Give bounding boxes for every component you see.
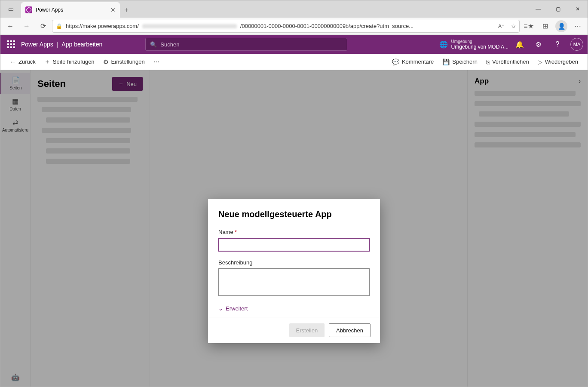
notifications-icon[interactable]: 🔔	[512, 40, 527, 49]
name-label: Name*	[218, 229, 370, 235]
environment-icon: 🌐	[439, 40, 448, 49]
favorite-icon[interactable]: ✩	[511, 23, 516, 29]
cmd-overflow[interactable]: ⋯	[149, 54, 164, 70]
tab-actions-icon[interactable]: ▭	[8, 6, 14, 12]
favorites-icon[interactable]: ≡★	[521, 19, 536, 34]
collections-icon[interactable]: ⊞	[538, 19, 552, 34]
cmd-play[interactable]: ▷Wiedergeben	[533, 58, 582, 65]
close-window-button[interactable]: ✕	[568, 0, 588, 18]
cmd-back[interactable]: ←Zurück	[6, 54, 40, 70]
settings-icon[interactable]: ⚙	[531, 40, 546, 49]
name-input[interactable]	[218, 238, 370, 252]
back-button[interactable]: ←	[3, 19, 18, 34]
gear-icon: ⚙	[103, 58, 109, 65]
minimize-button[interactable]: ―	[528, 0, 548, 18]
maximize-button[interactable]: ▢	[548, 0, 568, 18]
environment-label: Umgebung	[451, 39, 508, 44]
cmd-add-page[interactable]: ＋Seite hinzufügen	[40, 54, 99, 70]
save-icon: 💾	[442, 58, 450, 65]
close-tab-icon[interactable]: ✕	[110, 6, 116, 13]
browser-menu-icon[interactable]: ⋯	[570, 19, 585, 34]
cmd-settings[interactable]: ⚙Einstellungen	[99, 54, 149, 70]
app-launcher-icon[interactable]	[5, 38, 18, 51]
publish-icon: ⎘	[486, 58, 490, 65]
product-name[interactable]: Power Apps	[21, 41, 53, 48]
search-placeholder: Suchen	[160, 41, 179, 48]
new-app-dialog: Neue modellgesteuerte App Name* Beschrei…	[208, 199, 380, 343]
search-icon: 🔍	[150, 41, 157, 48]
forward-button[interactable]: →	[19, 19, 34, 34]
powerapps-favicon	[25, 6, 32, 13]
browser-tab-strip: ▭ Power Apps ✕ ＋ ― ▢ ✕	[0, 0, 588, 18]
browser-tab-title: Power Apps	[36, 7, 63, 13]
cmd-comments[interactable]: 💬Kommentare	[388, 58, 438, 65]
url-suffix: /00000001-0000-0000-0001-00000000009b/ap…	[240, 23, 413, 29]
cmd-publish[interactable]: ⎘Veröffentlichen	[482, 58, 533, 65]
profile-avatar[interactable]: 👤	[555, 20, 567, 32]
address-bar[interactable]: 🔒 https://make.powerapps.com/ /00000001-…	[52, 20, 520, 33]
arrow-left-icon: ←	[10, 58, 16, 65]
play-icon: ▷	[538, 58, 542, 65]
advanced-toggle[interactable]: ⌄ Erweitert	[218, 305, 370, 312]
lock-icon: 🔒	[56, 23, 62, 29]
dialog-title: Neue modellgesteuerte App	[218, 209, 370, 219]
browser-tab[interactable]: Power Apps ✕	[21, 2, 120, 18]
reader-mode-icon[interactable]: A⁺	[498, 23, 504, 29]
environment-value: Umgebung von MOD A...	[451, 44, 508, 50]
cancel-button[interactable]: Abbrechen	[329, 323, 371, 337]
app-header: Power Apps | App bearbeiten 🔍 Suchen 🌐 U…	[0, 35, 588, 54]
plus-icon: ＋	[44, 58, 50, 66]
global-search[interactable]: 🔍 Suchen	[145, 38, 347, 51]
cmd-save[interactable]: 💾Speichern	[438, 58, 482, 65]
new-tab-button[interactable]: ＋	[120, 2, 133, 18]
url-prefix: https://make.powerapps.com/	[66, 23, 139, 29]
breadcrumb-separator: |	[57, 41, 58, 48]
create-button[interactable]: Erstellen	[289, 323, 325, 337]
command-bar: ←Zurück ＋Seite hinzufügen ⚙Einstellungen…	[0, 54, 588, 70]
browser-toolbar: ← → ⟳ 🔒 https://make.powerapps.com/ /000…	[0, 18, 588, 35]
breadcrumb-context: App bearbeiten	[61, 41, 102, 48]
description-input[interactable]	[218, 268, 370, 296]
refresh-button[interactable]: ⟳	[36, 19, 50, 34]
chevron-down-icon: ⌄	[218, 305, 223, 312]
url-obscured	[142, 24, 237, 28]
description-label: Beschreibung	[218, 259, 370, 266]
user-avatar[interactable]: MA	[570, 38, 583, 51]
more-icon: ⋯	[153, 58, 159, 65]
comment-icon: 💬	[392, 58, 399, 65]
help-icon[interactable]: ?	[550, 40, 565, 48]
environment-picker[interactable]: Umgebung Umgebung von MOD A...	[451, 39, 508, 50]
